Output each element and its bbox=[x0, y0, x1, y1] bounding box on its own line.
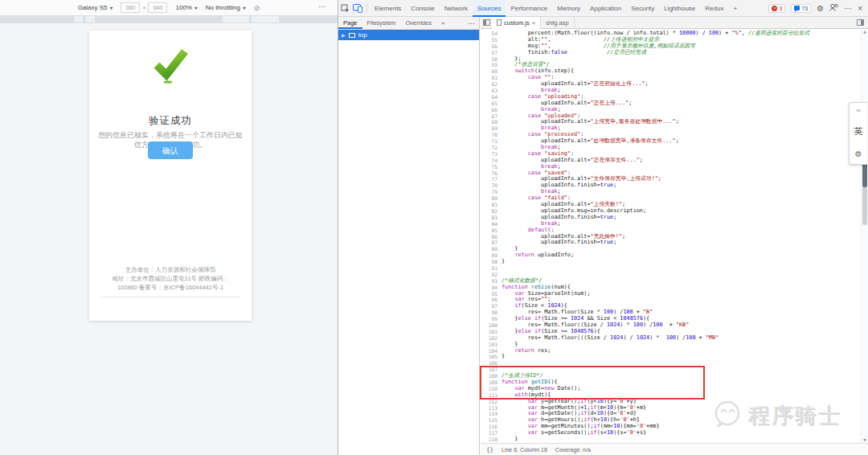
line-number[interactable]: 83 bbox=[481, 215, 502, 221]
navigator-more-options-icon[interactable]: ⋯ bbox=[468, 19, 479, 27]
tab-application[interactable]: Application bbox=[585, 0, 626, 17]
line-number[interactable]: 114 bbox=[481, 411, 502, 417]
tab-filesystem[interactable]: Filesystem bbox=[362, 17, 401, 29]
line-number[interactable]: 55 bbox=[481, 37, 502, 43]
scroll-down-icon[interactable]: ▼ bbox=[862, 438, 868, 442]
line-number[interactable]: 93 bbox=[481, 278, 502, 285]
line-number[interactable]: 117 bbox=[481, 430, 502, 437]
ime-language-button[interactable]: 英 bbox=[854, 125, 863, 137]
tab-performance[interactable]: Performance bbox=[506, 0, 552, 17]
line-number[interactable]: 104 bbox=[481, 348, 502, 355]
settings-gear-icon[interactable]: ⚙ bbox=[817, 4, 824, 13]
device-toolbar-more-icon[interactable]: ⋯ bbox=[318, 2, 326, 10]
line-number[interactable]: 70 bbox=[481, 132, 502, 138]
line-number[interactable]: 56 bbox=[481, 43, 502, 50]
inspect-element-button[interactable] bbox=[339, 2, 350, 14]
scroll-up-icon[interactable]: ▲ bbox=[862, 30, 868, 34]
line-number[interactable]: 102 bbox=[481, 335, 502, 342]
file-tab-shtg-asp[interactable]: shtg.asp bbox=[541, 17, 574, 29]
line-number[interactable]: 103 bbox=[481, 342, 502, 348]
profiles-icon[interactable] bbox=[829, 3, 838, 13]
line-number[interactable]: 63 bbox=[481, 88, 502, 94]
line-number[interactable]: 115 bbox=[481, 417, 502, 424]
line-number[interactable]: 105 bbox=[481, 354, 502, 360]
line-number[interactable]: 57 bbox=[481, 50, 502, 56]
tree-item-top-frame[interactable]: ▶ top bbox=[338, 30, 479, 40]
line-number[interactable]: 100 bbox=[481, 322, 502, 329]
tab-lighthouse[interactable]: Lighthouse bbox=[659, 0, 700, 17]
line-number[interactable]: 89 bbox=[481, 252, 502, 259]
toggle-navigator-icon[interactable] bbox=[481, 17, 492, 29]
line-number[interactable]: 67 bbox=[481, 113, 502, 120]
line-number[interactable]: 84 bbox=[481, 221, 502, 228]
line-number[interactable]: 72 bbox=[481, 145, 502, 151]
line-number[interactable]: 71 bbox=[481, 138, 502, 145]
line-number[interactable]: 77 bbox=[481, 176, 502, 182]
drag-handle-icon[interactable]: ≡ bbox=[856, 109, 862, 113]
navigator-more-tabs-icon[interactable]: » bbox=[436, 17, 450, 29]
device-width-input[interactable] bbox=[121, 2, 140, 13]
more-tabs-button[interactable]: + bbox=[728, 0, 742, 17]
line-number[interactable]: 62 bbox=[481, 81, 502, 88]
toggle-debugger-sidebar-icon[interactable] bbox=[854, 17, 868, 29]
line-number[interactable]: 82 bbox=[481, 208, 502, 215]
line-number[interactable]: 99 bbox=[481, 316, 502, 322]
line-number[interactable]: 73 bbox=[481, 151, 502, 158]
line-number[interactable]: 64 bbox=[481, 94, 502, 100]
line-number[interactable]: 90 bbox=[481, 259, 502, 265]
tab-overrides[interactable]: Overrides bbox=[400, 17, 436, 29]
line-number[interactable]: 69 bbox=[481, 125, 502, 132]
line-number[interactable]: 59 bbox=[481, 62, 502, 68]
line-number[interactable]: 101 bbox=[481, 329, 502, 335]
line-number[interactable]: 85 bbox=[481, 228, 502, 234]
more-options-icon[interactable]: ⋯ bbox=[844, 4, 852, 13]
line-number[interactable]: 74 bbox=[481, 158, 502, 164]
line-number[interactable]: 79 bbox=[481, 189, 502, 195]
line-number[interactable]: 87 bbox=[481, 240, 502, 246]
line-number[interactable]: 81 bbox=[481, 202, 502, 208]
confirm-button[interactable]: 确认 bbox=[148, 141, 193, 159]
line-number[interactable]: 60 bbox=[481, 68, 502, 75]
line-number[interactable]: 118 bbox=[481, 437, 502, 443]
toggle-device-toolbar-button[interactable] bbox=[352, 2, 363, 14]
tab-console[interactable]: Console bbox=[406, 0, 439, 17]
line-number[interactable]: 68 bbox=[481, 119, 502, 125]
screencast-off-icon[interactable]: ⊘ bbox=[254, 4, 260, 12]
line-number[interactable]: 116 bbox=[481, 424, 502, 430]
line-number[interactable]: 78 bbox=[481, 182, 502, 189]
editor-scrollbar[interactable]: ▲ ▼ bbox=[861, 29, 868, 443]
line-number[interactable]: 61 bbox=[481, 75, 502, 81]
line-number[interactable]: 54 bbox=[481, 31, 502, 37]
throttling-select[interactable]: No throttling ▼ bbox=[206, 4, 246, 11]
line-number[interactable]: 91 bbox=[481, 265, 502, 272]
message-badge[interactable]: 73 bbox=[791, 4, 811, 13]
line-number[interactable]: 75 bbox=[481, 164, 502, 170]
file-tab-custom-js[interactable]: custom.js × bbox=[492, 17, 541, 29]
ime-settings-gear-icon[interactable]: ⚙ bbox=[855, 150, 862, 158]
close-devtools-icon[interactable]: × bbox=[858, 4, 862, 13]
line-number[interactable]: 97 bbox=[481, 303, 502, 309]
line-number[interactable]: 94 bbox=[481, 285, 502, 291]
device-select[interactable]: Galaxy S5 ▼ bbox=[78, 4, 113, 11]
tab-page[interactable]: Page bbox=[338, 17, 362, 29]
tab-redux[interactable]: Redux bbox=[700, 0, 728, 17]
tab-memory[interactable]: Memory bbox=[552, 0, 585, 17]
line-number[interactable]: 66 bbox=[481, 107, 502, 113]
device-height-input[interactable] bbox=[148, 2, 167, 13]
error-badge[interactable]: × 3 bbox=[768, 4, 785, 13]
line-number[interactable]: 58 bbox=[481, 56, 502, 63]
line-number[interactable]: 92 bbox=[481, 272, 502, 278]
line-number[interactable]: 88 bbox=[481, 246, 502, 252]
tab-elements[interactable]: Elements bbox=[370, 0, 406, 17]
zoom-select[interactable]: 100% ▼ bbox=[175, 4, 197, 11]
close-tab-icon[interactable]: × bbox=[532, 19, 536, 27]
line-number[interactable]: 95 bbox=[481, 291, 502, 297]
line-number[interactable]: 80 bbox=[481, 195, 502, 202]
tab-security[interactable]: Security bbox=[626, 0, 659, 17]
line-number[interactable]: 113 bbox=[481, 405, 502, 412]
line-number[interactable]: 96 bbox=[481, 297, 502, 303]
tab-network[interactable]: Network bbox=[440, 0, 473, 17]
tab-sources[interactable]: Sources bbox=[473, 0, 506, 17]
line-number[interactable]: 65 bbox=[481, 100, 502, 107]
line-number[interactable]: 76 bbox=[481, 170, 502, 177]
